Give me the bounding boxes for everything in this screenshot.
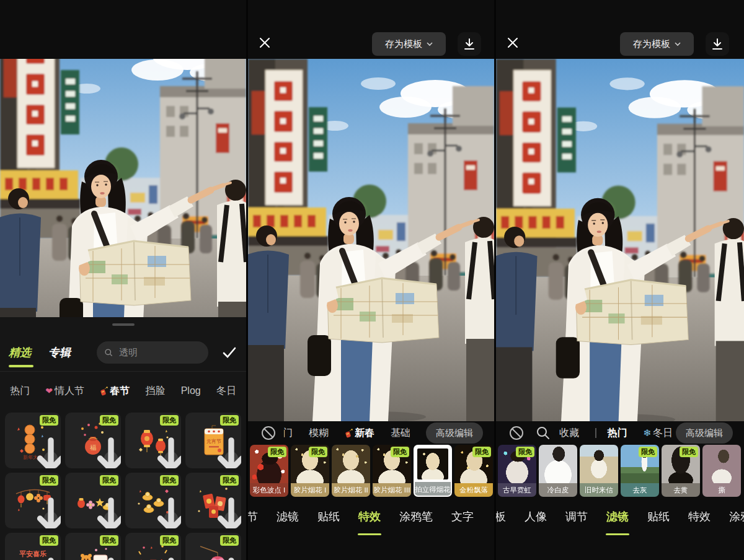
effect-cat-basic[interactable]: 基础 bbox=[391, 427, 410, 440]
tab-portrait[interactable]: 人像 bbox=[525, 507, 547, 538]
sticker-grid: 新年大吉 限免 福 限免 bbox=[0, 411, 246, 560]
sticker-cat-hot[interactable]: 热门 bbox=[10, 385, 30, 398]
sticker-item[interactable]: 限免 bbox=[65, 473, 121, 528]
tab-doodle[interactable]: 涂鸦笔 bbox=[729, 507, 744, 538]
save-template-button[interactable]: 存为模板 bbox=[620, 32, 694, 56]
sticker-sheet-header: 精选 专辑 bbox=[0, 333, 246, 372]
sticker-search-box[interactable] bbox=[97, 341, 208, 364]
sticker-sheet: 精选 专辑 热门 ❤情人节 bbox=[0, 317, 246, 560]
download-icon[interactable] bbox=[224, 512, 238, 525]
tab-filter[interactable]: 滤镜 bbox=[606, 507, 629, 538]
effect-thumbnails: 彩色波点 I限免 胶片烟花 I限免 胶片烟花 II 胶片烟花 III限免 拍立得… bbox=[248, 445, 494, 498]
sticker-item[interactable]: 新年好运 限免 bbox=[65, 533, 121, 560]
filter-thumb[interactable]: 旧时来信 bbox=[580, 445, 618, 497]
filter-search-icon[interactable] bbox=[536, 426, 551, 440]
free-badge: 限免 bbox=[391, 447, 409, 457]
effect-cat-hot[interactable]: 热门 bbox=[284, 427, 293, 440]
close-icon[interactable] bbox=[258, 36, 273, 51]
effect-thumb[interactable]: 胶片烟花 III限免 bbox=[373, 445, 411, 497]
export-download-icon[interactable] bbox=[706, 32, 729, 56]
free-badge: 限免 bbox=[100, 535, 118, 546]
effect-thumb[interactable]: 胶片烟花 I限免 bbox=[291, 445, 329, 497]
tab-sticker[interactable]: 贴纸 bbox=[647, 507, 670, 538]
free-badge: 限免 bbox=[40, 415, 58, 426]
chevron-down-icon bbox=[427, 42, 433, 46]
firecracker-icon bbox=[345, 429, 353, 438]
save-template-button[interactable]: 存为模板 bbox=[372, 32, 446, 56]
free-badge: 限免 bbox=[100, 415, 118, 426]
effect-thumb[interactable]: 金粉飘落限免 bbox=[454, 445, 493, 497]
tab-album[interactable]: 专辑 bbox=[48, 345, 71, 360]
sticker-cat-plog[interactable]: Plog bbox=[181, 385, 201, 396]
sticker-item[interactable]: 限免 bbox=[5, 473, 61, 528]
filter-thumb[interactable]: 古早霓虹限免 bbox=[498, 445, 536, 497]
tab-effects[interactable]: 特效 bbox=[688, 507, 711, 538]
sticker-item[interactable]: 福 限免 bbox=[65, 413, 121, 468]
no-filter-icon[interactable] bbox=[508, 425, 525, 441]
download-icon[interactable] bbox=[44, 512, 58, 525]
download-icon[interactable] bbox=[164, 452, 178, 465]
tab-template[interactable]: 模板 bbox=[496, 507, 506, 538]
effect-cat-newspring[interactable]: 新春 bbox=[345, 427, 374, 440]
free-badge: 限免 bbox=[40, 475, 58, 486]
sticker-item[interactable]: 限免 bbox=[185, 473, 241, 528]
sticker-cat-face-cover[interactable]: 挡脸 bbox=[145, 385, 165, 398]
close-icon[interactable] bbox=[506, 36, 521, 51]
filter-thumb[interactable]: 冷白皮 bbox=[539, 445, 577, 497]
no-effect-icon[interactable] bbox=[260, 425, 277, 441]
tab-text[interactable]: 文字 bbox=[451, 507, 474, 538]
search-input[interactable] bbox=[118, 346, 201, 358]
filter-thumb[interactable]: 撕 bbox=[702, 445, 741, 497]
effect-thumb[interactable]: 彩色波点 I限免 bbox=[250, 445, 288, 497]
tab-featured[interactable]: 精选 bbox=[9, 345, 31, 360]
free-badge: 限免 bbox=[268, 447, 286, 457]
sticker-item[interactable]: 元宵节 限免 bbox=[185, 413, 241, 468]
tab-adjust[interactable]: 调节 bbox=[565, 507, 588, 538]
advanced-edit-button[interactable]: 高级编辑 bbox=[676, 422, 733, 444]
effects-editor-panel: 存为模板 热门 模糊 新春 基础 光 bbox=[248, 0, 494, 560]
download-icon[interactable] bbox=[104, 512, 118, 525]
effect-thumb[interactable]: 胶片烟花 II bbox=[332, 445, 370, 497]
filter-categories: 收藏 热门 ❄冬日 高级编辑 bbox=[496, 421, 744, 445]
download-icon[interactable] bbox=[104, 452, 118, 465]
export-download-icon[interactable] bbox=[458, 32, 481, 56]
tab-doodle[interactable]: 涂鸦笔 bbox=[399, 507, 433, 538]
sticker-cat-valentine[interactable]: ❤情人节 bbox=[45, 385, 84, 398]
download-icon[interactable] bbox=[44, 452, 58, 465]
category-divider bbox=[595, 428, 596, 438]
sticker-item[interactable]: 限免 bbox=[125, 413, 181, 468]
topbar: 存为模板 bbox=[496, 0, 744, 59]
filter-cat-hot[interactable]: 热门 bbox=[608, 427, 627, 440]
sticker-item[interactable]: 平安喜乐 限免 bbox=[5, 533, 61, 560]
effect-thumb-selected[interactable]: 拍立得烟花 bbox=[414, 445, 452, 497]
topbar: 存为模板 bbox=[248, 0, 494, 59]
snowflake-icon: ❄ bbox=[644, 427, 652, 439]
filter-cat-winter[interactable]: ❄冬日 bbox=[644, 427, 673, 440]
filter-thumb[interactable]: 去灰限免 bbox=[621, 445, 659, 497]
sticker-cat-winter[interactable]: 冬日 bbox=[216, 385, 236, 398]
free-badge: 限免 bbox=[220, 415, 239, 426]
photo-canvas[interactable] bbox=[496, 59, 744, 421]
tab-sticker[interactable]: 贴纸 bbox=[317, 507, 340, 538]
confirm-check-icon[interactable] bbox=[221, 344, 237, 361]
free-badge: 限免 bbox=[160, 535, 179, 546]
photo-canvas[interactable] bbox=[0, 59, 246, 317]
filter-thumb[interactable]: 去黄限免 bbox=[662, 445, 700, 497]
effect-cat-blur[interactable]: 模糊 bbox=[309, 427, 329, 440]
advanced-edit-button[interactable]: 高级编辑 bbox=[426, 422, 483, 444]
tab-effects[interactable]: 特效 bbox=[358, 507, 381, 538]
download-icon[interactable] bbox=[164, 512, 178, 525]
sticker-item[interactable]: 限免 bbox=[185, 533, 241, 560]
filters-editor-panel: 存为模板 收藏 热门 ❄冬日 高级编辑 古早霓虹限免 bbox=[496, 0, 744, 560]
sticker-item[interactable]: 新年大吉 限免 bbox=[5, 413, 61, 468]
sheet-drag-handle[interactable] bbox=[112, 323, 135, 326]
free-badge: 限免 bbox=[680, 447, 698, 457]
download-icon[interactable] bbox=[224, 452, 238, 465]
sticker-item[interactable]: 限免 bbox=[125, 473, 181, 528]
tab-filter[interactable]: 滤镜 bbox=[277, 507, 299, 538]
sticker-item[interactable]: 闹元宵 限免 bbox=[125, 533, 181, 560]
tab-adjust[interactable]: 调节 bbox=[248, 507, 258, 538]
filter-cat-favorites[interactable]: 收藏 bbox=[559, 427, 579, 440]
sticker-cat-spring-festival[interactable]: 春节 bbox=[100, 385, 130, 398]
photo-canvas[interactable] bbox=[248, 59, 494, 421]
